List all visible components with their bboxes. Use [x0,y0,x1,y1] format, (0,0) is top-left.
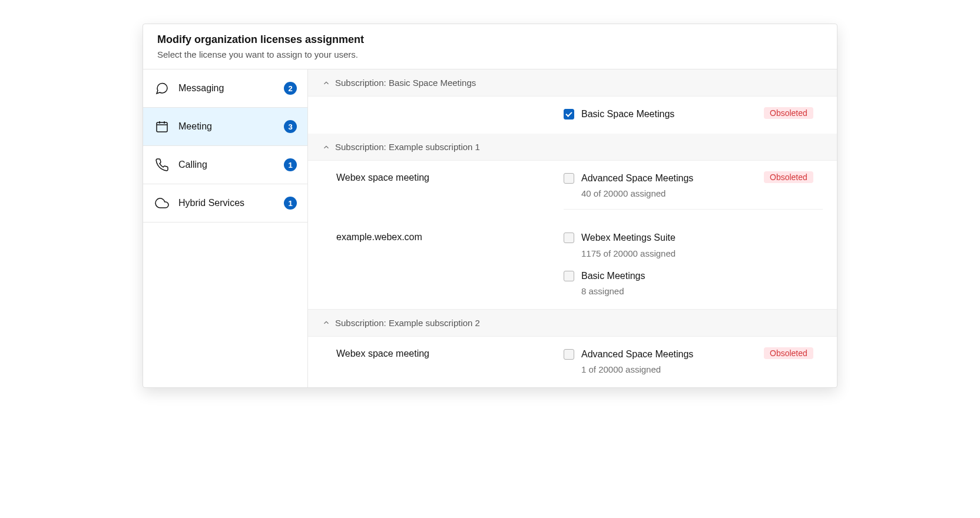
sidebar-item-label: Hybrid Services [178,198,284,208]
modal-body: Messaging 2 Meeting 3 Calling 1 [143,69,837,387]
license-badge-col: Obsoleted [764,347,823,359]
license-row: Webex space meeting Advanced Space Meeti… [308,161,837,231]
license-option: Basic Space Meetings Obsoleted [564,107,823,121]
license-option: Advanced Space Meetings 40 of 20000 assi… [564,171,823,198]
svg-rect-0 [157,122,167,132]
chevron-up-icon [322,318,330,327]
license-assigned-count: 40 of 20000 assigned [581,188,757,198]
divider [564,209,823,210]
subscription-toggle[interactable]: Subscription: Basic Space Meetings [308,69,837,97]
count-badge: 2 [284,82,297,95]
license-name: Basic Meetings [581,269,757,283]
license-badge-col: Obsoleted [764,107,823,119]
sidebar-item-messaging[interactable]: Messaging 2 [143,69,307,108]
license-name: Basic Space Meetings [581,107,757,121]
license-checkbox[interactable] [564,233,574,243]
subscription-title: Subscription: Example subscription 1 [335,142,480,152]
license-group-name: example.webex.com [336,231,549,243]
license-options: Advanced Space Meetings 40 of 20000 assi… [564,171,823,220]
sidebar-item-hybrid-services[interactable]: Hybrid Services 1 [143,184,307,223]
chevron-up-icon [322,143,330,151]
chat-icon [154,81,170,95]
cloud-icon [154,196,170,210]
license-option: Webex Meetings Suite 1175 of 20000 assig… [564,231,823,258]
license-group-name: Webex space meeting [336,171,549,183]
license-group-name [336,107,549,108]
license-content: Subscription: Basic Space Meetings Basic… [308,69,837,387]
sidebar-item-label: Calling [178,160,284,170]
license-group-name: Webex space meeting [336,347,549,359]
license-assigned-count: 1 of 20000 assigned [581,364,757,374]
calendar-icon [154,119,170,134]
sidebar-item-label: Messaging [178,83,284,94]
phone-icon [154,158,170,172]
license-checkbox[interactable] [564,271,574,281]
license-row: Webex space meeting Advanced Space Meeti… [308,337,837,387]
license-badge-col: Obsoleted [764,171,823,183]
count-badge: 1 [284,197,297,210]
license-options: Advanced Space Meetings 1 of 20000 assig… [564,347,823,377]
obsoleted-badge: Obsoleted [764,347,813,359]
license-option-text: Basic Space Meetings [581,107,757,121]
license-assignment-modal: Modify organization licenses assignment … [143,24,837,388]
license-option: Basic Meetings 8 assigned [564,269,823,296]
chevron-up-icon [322,79,330,87]
license-checkbox[interactable] [564,349,574,360]
license-option-text: Advanced Space Meetings 1 of 20000 assig… [581,347,757,374]
sidebar-item-calling[interactable]: Calling 1 [143,146,307,184]
obsoleted-badge: Obsoleted [764,107,813,119]
license-name: Advanced Space Meetings [581,171,757,185]
license-row: Basic Space Meetings Obsoleted [308,97,837,134]
license-row: example.webex.com Webex Meetings Suite 1… [308,231,837,308]
license-name: Advanced Space Meetings [581,347,757,361]
subscription-toggle[interactable]: Subscription: Example subscription 1 [308,134,837,161]
license-option-text: Webex Meetings Suite 1175 of 20000 assig… [581,231,757,258]
modal-subtitle: Select the license you want to assign to… [157,49,823,59]
license-option: Advanced Space Meetings 1 of 20000 assig… [564,347,823,374]
license-option-text: Advanced Space Meetings 40 of 20000 assi… [581,171,757,198]
subscription-toggle[interactable]: Subscription: Example subscription 2 [308,309,837,337]
sidebar-item-meeting[interactable]: Meeting 3 [143,108,307,146]
obsoleted-badge: Obsoleted [764,171,813,183]
license-options: Webex Meetings Suite 1175 of 20000 assig… [564,231,823,298]
sidebar-item-label: Meeting [178,121,284,132]
modal-title: Modify organization licenses assignment [157,34,823,46]
license-assigned-count: 8 assigned [581,286,757,296]
subscription-title: Subscription: Example subscription 2 [335,318,480,328]
count-badge: 3 [284,120,297,133]
license-option-text: Basic Meetings 8 assigned [581,269,757,296]
license-checkbox[interactable] [564,173,574,184]
modal-header: Modify organization licenses assignment … [143,24,837,69]
count-badge: 1 [284,158,297,171]
license-options: Basic Space Meetings Obsoleted [564,107,823,123]
license-name: Webex Meetings Suite [581,231,757,244]
license-assigned-count: 1175 of 20000 assigned [581,248,757,258]
sidebar: Messaging 2 Meeting 3 Calling 1 [143,69,308,387]
subscription-title: Subscription: Basic Space Meetings [335,78,476,88]
license-checkbox[interactable] [564,109,574,119]
